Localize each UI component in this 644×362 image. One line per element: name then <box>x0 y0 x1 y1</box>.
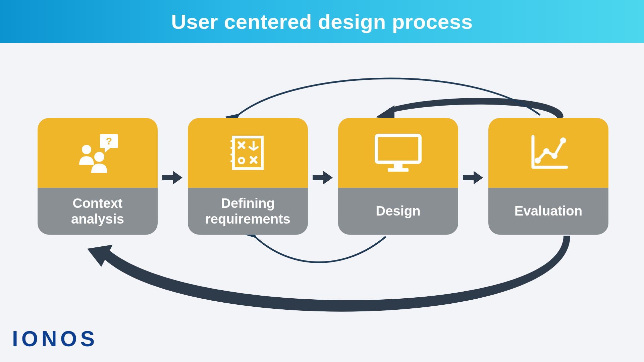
step-label: Defining requirements <box>205 195 290 227</box>
feedback-arrow-eval-to-design <box>376 98 564 121</box>
step-label-area: Design <box>338 188 458 235</box>
page-title: User centered design process <box>171 10 473 34</box>
step-evaluation: Evaluation <box>488 118 608 235</box>
step-label-area: Defining requirements <box>188 188 308 235</box>
diagram-stage: ? Context analysis <box>0 43 644 362</box>
svg-point-3 <box>94 152 104 162</box>
step-label: Evaluation <box>515 203 582 219</box>
svg-point-18 <box>543 148 549 154</box>
step-design: Design <box>338 118 458 235</box>
step-defining-requirements: Defining requirements <box>188 118 308 235</box>
svg-point-17 <box>535 158 541 164</box>
people-question-icon: ? <box>76 133 119 173</box>
step-context-analysis: ? Context analysis <box>38 118 158 235</box>
chart-line-icon <box>528 134 569 171</box>
brand-logo: IONOS <box>12 326 98 351</box>
feedback-arrow-design-to-requirements <box>255 237 386 262</box>
svg-point-20 <box>560 137 566 143</box>
step-icon-area: ? <box>38 118 158 188</box>
svg-point-13 <box>239 158 244 163</box>
step-icon-area <box>488 118 608 188</box>
process-steps-row: ? Context analysis <box>38 118 608 235</box>
svg-rect-15 <box>394 164 402 168</box>
svg-rect-4 <box>233 137 262 169</box>
svg-point-2 <box>82 145 91 154</box>
step-icon-area <box>188 118 308 188</box>
step-label: Context analysis <box>71 195 124 227</box>
strategy-board-icon <box>229 134 266 171</box>
page-header: User centered design process <box>0 0 644 43</box>
feedback-arrow-eval-to-requirements <box>238 78 540 115</box>
svg-text:?: ? <box>106 135 112 146</box>
step-label: Design <box>376 203 420 219</box>
feedback-arrow-eval-to-context <box>87 236 570 312</box>
monitor-icon <box>373 133 423 173</box>
step-icon-area <box>338 118 458 188</box>
step-label-area: Context analysis <box>38 188 158 235</box>
svg-point-19 <box>551 153 557 159</box>
svg-rect-16 <box>388 168 409 172</box>
step-label-area: Evaluation <box>488 188 608 235</box>
svg-rect-14 <box>376 135 420 162</box>
